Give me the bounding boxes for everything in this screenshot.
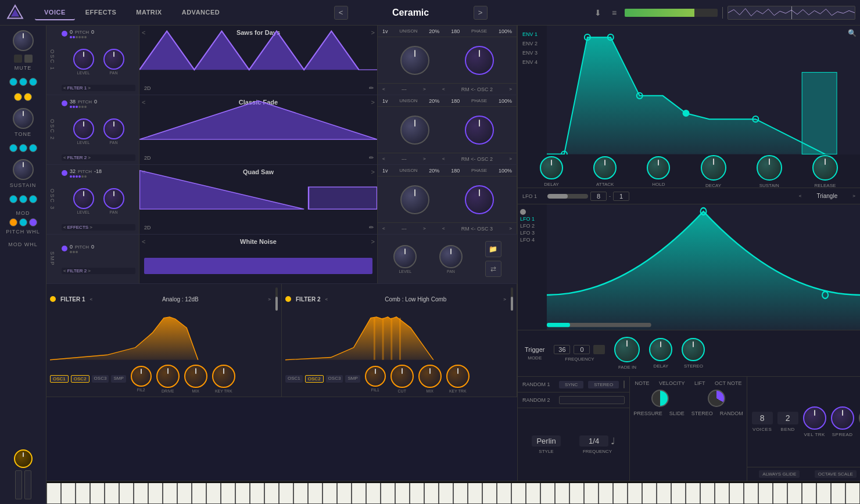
slider1[interactable] [15,470,22,499]
white-key[interactable] [511,483,526,504]
osc3-filter-prev[interactable]: < [63,225,66,230]
env2-label[interactable]: ENV 2 [520,39,544,48]
white-key[interactable] [482,483,497,504]
white-key[interactable] [773,483,787,504]
env1-label[interactable]: ENV 1 [520,30,544,38]
osc3-main-knob[interactable] [400,185,429,214]
lfo-freq-icon[interactable] [593,345,605,354]
slider2[interactable] [24,470,31,499]
smp-wave-prev[interactable]: < [142,238,145,245]
osc1-rm-prev[interactable]: < [442,87,445,92]
filter2-osc1-btn[interactable]: OSC1 [285,375,303,383]
filter2-type-prev[interactable]: < [325,297,328,302]
filter2-mix-knob[interactable] [418,365,442,388]
osc3-level-knob[interactable] [73,188,94,209]
filter1-type-next[interactable]: > [268,297,271,302]
env-decay-knob[interactable] [701,155,726,181]
tab-matrix[interactable]: MATRIX [127,5,171,20]
osc1-mod-next[interactable]: > [423,87,426,92]
white-key[interactable] [758,483,773,504]
osc2-filter-prev[interactable]: < [63,155,66,160]
osc3-rm-next[interactable]: > [509,226,512,231]
preset-prev-button[interactable]: < [334,6,348,20]
white-key[interactable] [671,483,686,504]
osc2-edit-icon[interactable]: ✏ [369,154,374,161]
osc1-level-knob[interactable] [73,49,94,70]
preset-next-button[interactable]: > [474,6,488,20]
filter1-osc3-btn[interactable]: OSC3 [92,375,109,383]
osc2-main-knob[interactable] [400,116,429,145]
white-key[interactable] [90,483,105,504]
white-key[interactable] [293,483,308,504]
osc2-mod-prev[interactable]: < [382,156,385,161]
smp-pan-knob[interactable] [439,245,463,268]
osc3-mod-next[interactable]: > [423,226,426,231]
white-key[interactable] [192,483,206,504]
white-key[interactable] [381,483,395,504]
white-key[interactable] [424,483,439,504]
white-key[interactable] [526,483,540,504]
white-key[interactable] [613,483,628,504]
tab-voice[interactable]: VOICE [35,5,75,20]
white-key[interactable] [555,483,569,504]
filter1-drive-knob[interactable] [156,365,180,388]
filter1-osc2-btn[interactable]: OSC2 [71,375,89,383]
white-key[interactable] [177,483,192,504]
osc3-filter-next[interactable]: > [89,225,92,230]
white-key[interactable] [279,483,293,504]
white-key[interactable] [61,483,76,504]
mod-whl-knob[interactable] [14,449,33,468]
filter2-osc3-btn[interactable]: OSC3 [326,375,343,383]
white-key[interactable] [134,483,148,504]
white-key[interactable] [206,483,221,504]
osc3-phase-knob[interactable] [465,185,494,214]
white-key[interactable] [221,483,235,504]
white-key[interactable] [845,483,860,504]
white-key[interactable] [308,483,322,504]
osc1-filter-prev[interactable]: < [63,85,66,91]
osc1-main-knob[interactable] [400,46,429,75]
white-key[interactable] [540,483,555,504]
white-key[interactable] [700,483,715,504]
osc2-level-knob[interactable] [73,118,94,139]
osc2-rm-prev[interactable]: < [442,156,445,161]
env-sustain-knob[interactable] [757,155,782,181]
lfo1-label[interactable]: LFO 1 [520,209,544,222]
vel-trk-knob[interactable] [803,406,826,430]
smp-filter-next[interactable]: > [88,268,91,273]
lfo-shape-prev[interactable]: < [799,193,802,199]
white-key[interactable] [410,483,424,504]
lfo-fadein-knob[interactable] [614,337,640,362]
white-key[interactable] [816,483,831,504]
velocity-icon[interactable] [651,390,669,407]
osc2-rm-next[interactable]: > [509,156,512,161]
filter2-keytrk-knob[interactable] [446,365,470,388]
white-key[interactable] [657,483,671,504]
menu-icon[interactable]: ≡ [608,7,620,19]
white-key[interactable] [744,483,758,504]
filter2-osc2-btn[interactable]: OSC2 [305,375,324,383]
white-key[interactable] [599,483,613,504]
osc1-edit-icon[interactable]: ✏ [369,85,374,91]
white-key[interactable] [46,483,61,504]
filter2-cut-knob[interactable] [390,365,414,388]
filter1-keytrk-knob[interactable] [212,365,235,388]
white-key[interactable] [787,483,802,504]
lfo-delay-knob[interactable] [649,338,672,361]
smp-wave-next[interactable]: > [371,238,375,245]
white-key[interactable] [729,483,744,504]
smp-filter-prev[interactable]: < [63,268,66,273]
octave-scale-toggle[interactable]: OCTAVE SCALE [815,470,857,478]
mute-knob[interactable] [13,30,34,51]
white-key[interactable] [497,483,511,504]
white-key[interactable] [105,483,119,504]
white-key[interactable] [76,483,90,504]
filter2-smp-btn[interactable]: SMP [345,375,360,383]
white-key[interactable] [395,483,410,504]
filter2-fil-knob[interactable] [365,366,386,387]
white-key[interactable] [439,483,453,504]
lfo2-label[interactable]: LFO 2 [520,223,544,229]
env-delay-knob[interactable] [540,156,563,179]
white-key[interactable] [715,483,729,504]
lfo-rate-slider[interactable] [547,194,588,199]
